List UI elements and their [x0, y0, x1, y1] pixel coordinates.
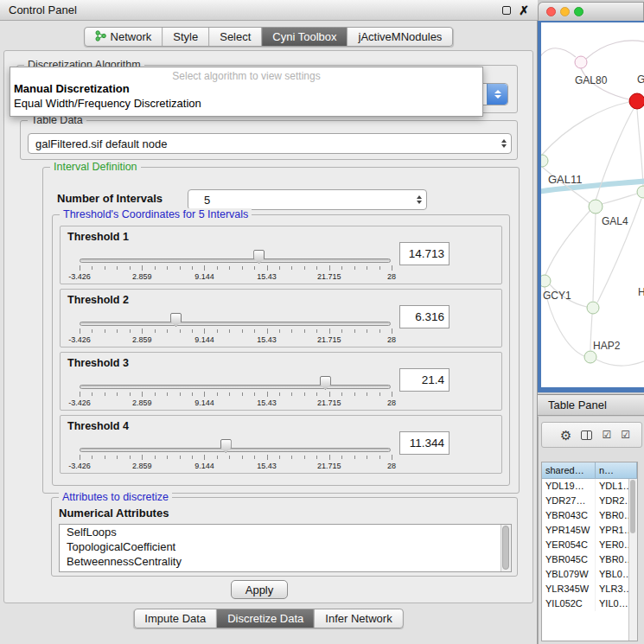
table-data-combo[interactable]: galFiltered.sif default node — [28, 133, 512, 154]
node-label: GCY1 — [543, 290, 571, 302]
network-node[interactable] — [629, 93, 644, 109]
control-panel-titlebar[interactable]: Control Panel ✗ — [0, 0, 538, 21]
threshold-panel-2: Threshold 2-3.4262.8599.14415.4321.71528… — [60, 289, 502, 348]
tab-network[interactable]: Network — [85, 28, 163, 46]
scale-label: 9.144 — [194, 335, 214, 344]
tick-mark — [291, 266, 292, 270]
network-node[interactable] — [575, 56, 587, 68]
slider-ticks — [80, 265, 392, 271]
float-window-icon[interactable] — [502, 6, 511, 15]
network-node[interactable] — [637, 186, 644, 198]
list-item[interactable]: TopologicalCoefficient — [60, 539, 511, 554]
network-node[interactable] — [541, 155, 548, 167]
threshold-value-field[interactable]: 11.344 — [399, 431, 450, 455]
tab-label: Infer Network — [325, 612, 392, 625]
tick-mark — [167, 329, 168, 333]
checkbox-icon[interactable]: ☑ — [602, 430, 611, 440]
threshold-value-field[interactable]: 14.713 — [399, 242, 450, 265]
network-edge[interactable] — [590, 314, 592, 350]
threshold-value-field[interactable]: 21.4 — [399, 368, 450, 392]
group-title-thresholds: Threshold's Coordinates for 5 Intervals — [60, 208, 252, 220]
network-edge[interactable] — [542, 102, 629, 155]
column-header[interactable]: shared… — [542, 462, 596, 479]
zoom-traffic-light[interactable] — [574, 7, 583, 16]
table-row[interactable]: YBR043CYBR0… — [542, 508, 637, 523]
control-panel-window: Control Panel ✗ NetworkStyleSelectCyni T… — [0, 0, 538, 644]
gear-icon[interactable]: ⚙ — [560, 429, 571, 442]
list-item[interactable]: BetweennessCentrality — [60, 554, 511, 569]
tab-cyni-toolbox[interactable]: Cyni Toolbox — [262, 28, 348, 46]
network-edge[interactable] — [541, 48, 576, 73]
table-panel: ⚙ ☑ ☑ shared…n… YDL19…YDL1…YDR27…YDR2…YB… — [538, 417, 644, 644]
table-row[interactable]: YBL079WYBL0… — [542, 567, 637, 582]
algorithm-dropdown-popup: Select algorithm to view settings Manual… — [10, 67, 483, 117]
tick-mark — [130, 392, 131, 396]
checkbox-icon[interactable]: ☑ — [621, 430, 630, 440]
scrollbar-thumb[interactable] — [630, 480, 635, 533]
table-scrollbar[interactable] — [628, 479, 637, 641]
slider-track[interactable] — [80, 258, 391, 263]
tick-mark — [291, 456, 292, 459]
network-node[interactable] — [541, 275, 551, 287]
list-scrollbar[interactable] — [501, 525, 511, 571]
table-panel-titlebar[interactable]: Table Panel — [538, 394, 644, 416]
tab-impute-data[interactable]: Impute Data — [134, 609, 217, 628]
table-row[interactable]: YBR045CYBR0… — [542, 552, 637, 567]
apply-button[interactable]: Apply — [231, 580, 288, 599]
network-edge[interactable] — [637, 109, 643, 186]
tick-mark — [80, 328, 80, 334]
minimize-traffic-light[interactable] — [560, 7, 570, 16]
tab-select[interactable]: Select — [209, 28, 262, 46]
scrollbar-thumb[interactable] — [502, 526, 509, 570]
close-window-icon[interactable]: ✗ — [519, 4, 529, 16]
table-row[interactable]: YER054CYER0… — [542, 538, 637, 552]
network-edge[interactable] — [593, 214, 596, 301]
table-row[interactable]: YDL19…YDL1… — [542, 479, 637, 494]
list-item[interactable]: SelfLoops — [60, 525, 511, 539]
network-edge[interactable] — [545, 210, 590, 275]
tick-mark — [367, 266, 367, 270]
column-header[interactable]: n… — [596, 462, 637, 479]
tick-mark — [92, 392, 92, 396]
tab-style[interactable]: Style — [163, 28, 209, 46]
tab-infer-network[interactable]: Infer Network — [315, 609, 402, 628]
close-traffic-light[interactable] — [546, 7, 556, 16]
network-edge[interactable] — [597, 199, 641, 303]
arrow-down-icon — [501, 144, 507, 148]
slider-track[interactable] — [80, 385, 391, 389]
network-edge[interactable] — [586, 41, 644, 59]
columns-icon[interactable] — [581, 430, 592, 440]
network-node[interactable] — [584, 351, 596, 363]
tab-jactivemnodules[interactable]: jActiveMNodules — [348, 28, 453, 46]
slider-track[interactable] — [80, 322, 391, 326]
network-edge[interactable] — [602, 194, 637, 204]
network-edge[interactable] — [596, 359, 644, 366]
popup-item-equal-width-frequency[interactable]: Equal Width/Frequency Discretization — [10, 96, 482, 111]
combo-dropdown-icon[interactable] — [487, 84, 507, 105]
scale-label: -3.426 — [68, 399, 91, 407]
table-row[interactable]: YLR345WYLR3… — [542, 582, 637, 596]
scale-label: 9.144 — [194, 399, 214, 407]
slider-track[interactable] — [80, 448, 391, 452]
tick-mark — [167, 392, 168, 396]
network-canvas[interactable]: GAL80GAGAL11GAL4GCY1HHAP2 — [541, 22, 644, 387]
scale-label: 28 — [387, 399, 396, 407]
number-of-intervals-combo[interactable]: 5 — [188, 189, 427, 210]
table-panel-title: Table Panel — [548, 399, 607, 411]
numerical-attributes-list[interactable]: SelfLoopsTopologicalCoefficientBetweenne… — [59, 524, 512, 572]
threshold-value-field[interactable]: 6.316 — [399, 305, 450, 328]
table-row[interactable]: YIL052CYIL0… — [542, 596, 637, 611]
tick-mark — [254, 266, 255, 270]
network-node[interactable] — [589, 200, 603, 214]
network-window-titlebar[interactable] — [538, 2, 644, 21]
tab-discretize-data[interactable]: Discretize Data — [217, 609, 315, 628]
threshold-label: Threshold 1 — [67, 231, 129, 243]
scale-label: 9.144 — [194, 272, 214, 281]
network-node[interactable] — [587, 302, 599, 314]
scale-label: 2.859 — [132, 399, 152, 407]
tick-mark — [354, 456, 355, 459]
slider-ticks — [80, 392, 392, 398]
table-row[interactable]: YDR27…YDR2… — [542, 494, 637, 508]
popup-item-manual-discretization[interactable]: Manual Discretization — [10, 81, 482, 96]
table-row[interactable]: YPR145WYPR1… — [542, 523, 637, 538]
